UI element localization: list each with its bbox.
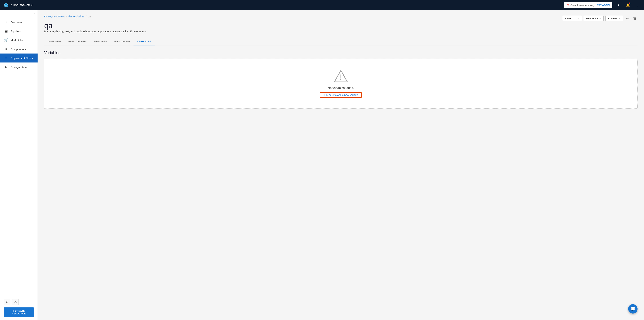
sidebar-bottom-icons: ✏ ⚙ [4,299,34,305]
chat-fab-icon: 💬 [630,307,636,311]
components-icon: ◈ [4,47,8,51]
sidebar-item-components[interactable]: ◈ Components [0,44,38,53]
variables-section-title: Variables [44,50,638,55]
sidebar: ‹ ⊞ Overview ▣ Pipelines 🛒 Marketplace ◈… [0,10,38,320]
sidebar-item-overview[interactable]: ⊞ Overview [0,17,38,26]
breadcrumb: Deployment Flows / demo-pipeline / qa [44,15,90,18]
body-layout: ‹ ⊞ Overview ▣ Pipelines 🛒 Marketplace ◈… [0,10,644,320]
main-content: Deployment Flows / demo-pipeline / qa AR… [38,10,644,320]
kibana-label: KIBANA [608,17,618,20]
overview-icon: ⊞ [4,20,8,24]
sidebar-item-label-marketplace: Marketplace [10,39,25,42]
argo-cd-button[interactable]: ARGO CD ↗ [562,16,582,21]
info-button[interactable]: ℹ [615,2,622,8]
sidebar-item-label-pipelines: Pipelines [10,30,22,33]
grafana-external-icon: ↗ [599,17,601,19]
sidebar-item-label-overview: Overview [10,21,22,24]
kibana-external-icon: ↗ [618,17,620,19]
sidebar-collapse-button[interactable]: ‹ [32,10,38,17]
error-icon: ⊙ [567,3,569,7]
chat-fab[interactable]: 💬 [628,304,638,314]
page-header-actions: ARGO CD ↗ GRAFANA ↗ KIBANA ↗ ✏ 🗑 [562,15,638,21]
error-message: Something went wrong. [570,4,595,6]
marketplace-icon: 🛒 [4,38,8,42]
tab-variables[interactable]: VARIABLES [134,38,155,45]
breadcrumb-sep-2: / [86,15,86,18]
app-title: KubeRocketCI [10,3,32,7]
logo-icon [4,2,8,7]
warning-triangle-icon [334,70,348,83]
variables-empty-state: No variables found. Click here to add a … [44,59,638,109]
breadcrumb-deployment-flows[interactable]: Deployment Flows [44,15,65,18]
breadcrumb-demo-pipeline[interactable]: demo-pipeline [68,15,84,18]
topnav: KubeRocketCI ⊙ Something went wrong. TRY… [0,0,644,10]
notifications-button[interactable]: 🔔 [624,2,631,8]
sidebar-bottom: ✏ ⚙ + CREATE RESOURCE [0,296,38,320]
deployment-flows-icon: ☰ [4,56,8,60]
grafana-label: GRAFANA [586,17,598,20]
tab-overview[interactable]: OVERVIEW [44,38,65,45]
empty-state-text: No variables found. [328,86,354,90]
create-resource-button[interactable]: + CREATE RESOURCE [4,308,34,317]
configuration-icon: ⚙ [4,65,8,69]
sidebar-item-label-deployment-flows: Deployment Flows [10,56,33,60]
topnav-right: ⊙ Something went wrong. TRY AGAIN ℹ 🔔 ⋮ [564,2,640,8]
delete-button[interactable]: 🗑 [632,15,638,21]
try-again-button[interactable]: TRY AGAIN [597,4,610,6]
sidebar-item-deployment-flows[interactable]: ☰ Deployment Flows [0,53,38,62]
argo-cd-label: ARGO CD [565,17,576,20]
grafana-button[interactable]: GRAFANA ↗ [584,16,604,21]
settings-icon-button[interactable]: ⚙ [12,299,19,305]
breadcrumb-qa: qa [88,15,91,18]
sidebar-item-pipelines[interactable]: ▣ Pipelines [0,26,38,35]
pipelines-icon: ▣ [4,29,8,33]
add-variable-link[interactable]: Click here to add a new variable. [320,92,362,98]
page-title: qa [44,21,638,30]
argo-cd-external-icon: ↗ [577,17,579,19]
sidebar-item-marketplace[interactable]: 🛒 Marketplace [0,35,38,44]
tab-applications[interactable]: APPLICATIONS [65,38,90,45]
sidebar-item-label-configuration: Configuration [10,65,26,69]
svg-point-7 [340,79,342,80]
more-options-button[interactable]: ⋮ [634,2,640,8]
edit-icon-button[interactable]: ✏ [4,299,10,305]
error-banner: ⊙ Something went wrong. TRY AGAIN [564,2,612,8]
page-subtitle: Manage, deploy, test, and troubleshoot y… [44,30,638,33]
sidebar-nav: ⊞ Overview ▣ Pipelines 🛒 Marketplace ◈ C… [0,17,38,296]
kibana-button[interactable]: KIBANA ↗ [605,16,623,21]
sidebar-item-configuration[interactable]: ⚙ Configuration [0,62,38,71]
edit-button[interactable]: ✏ [625,15,630,21]
tab-pipelines[interactable]: PIPELINES [90,38,110,45]
logo-area: KubeRocketCI [4,2,564,7]
tab-monitoring[interactable]: MONITORING [110,38,134,45]
tabs: OVERVIEW APPLICATIONS PIPELINES MONITORI… [44,38,638,45]
breadcrumb-sep-1: / [66,15,67,18]
sidebar-item-label-components: Components [10,47,26,51]
